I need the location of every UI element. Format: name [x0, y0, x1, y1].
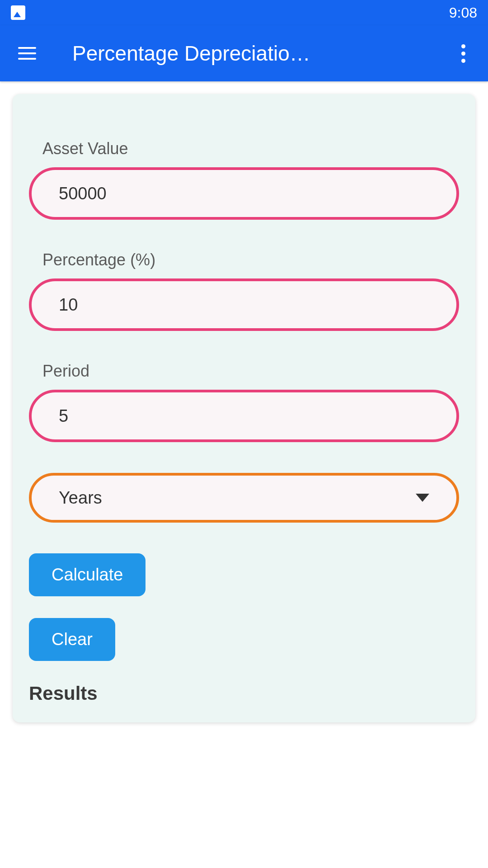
- content-area: Asset Value Percentage (%) Period Years …: [0, 81, 488, 735]
- percentage-input[interactable]: [29, 278, 459, 331]
- picture-icon: [11, 5, 25, 20]
- asset-value-group: Asset Value: [29, 139, 459, 220]
- asset-value-label: Asset Value: [42, 139, 459, 158]
- status-time: 9:08: [449, 5, 477, 21]
- menu-icon[interactable]: [18, 47, 36, 60]
- percentage-label: Percentage (%): [42, 250, 459, 269]
- period-label: Period: [42, 362, 459, 381]
- app-bar: Percentage Depreciatio…: [0, 25, 488, 81]
- period-group: Period: [29, 362, 459, 442]
- more-vert-icon[interactable]: [457, 40, 470, 67]
- period-input[interactable]: [29, 390, 459, 442]
- clear-button[interactable]: Clear: [29, 618, 115, 661]
- calculate-button[interactable]: Calculate: [29, 553, 145, 596]
- status-bar: 9:08: [0, 0, 488, 25]
- unit-group: Years: [29, 473, 459, 523]
- percentage-group: Percentage (%): [29, 250, 459, 331]
- asset-value-input[interactable]: [29, 167, 459, 220]
- form-card: Asset Value Percentage (%) Period Years …: [13, 94, 475, 722]
- unit-select[interactable]: Years: [29, 473, 459, 523]
- unit-selected-value: Years: [59, 488, 102, 508]
- chevron-down-icon: [416, 494, 429, 502]
- results-heading: Results: [29, 683, 459, 704]
- page-title: Percentage Depreciatio…: [72, 41, 457, 66]
